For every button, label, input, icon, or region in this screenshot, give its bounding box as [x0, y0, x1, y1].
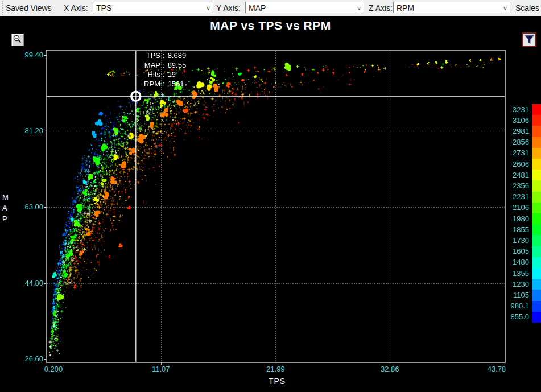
chevron-down-icon: ∨ — [503, 2, 507, 14]
colorbar-value-label: 3106 — [495, 116, 529, 125]
y-tick-label: 26.60 — [2, 354, 43, 363]
colorbar-value-label: 2606 — [495, 160, 529, 168]
colorbar-band — [532, 290, 541, 300]
scatter-tool-window: Saved Views X Axis: TPS ∨ Y Axis: MAP ∨ … — [0, 0, 541, 392]
colorbar-value-label: 855.0 — [495, 312, 529, 321]
y-tick-mark — [44, 55, 46, 56]
colorbar-band — [532, 148, 541, 159]
x-tick-label: 21.99 — [266, 365, 285, 373]
colorbar-band — [532, 203, 541, 213]
z-axis-label: Z Axis: — [369, 0, 393, 16]
x-tick-label: 11.07 — [152, 365, 170, 373]
colorbar-value-label: 1980 — [495, 214, 529, 223]
scatter-plot-canvas[interactable] — [47, 51, 505, 362]
readout-row: TPS : 8.689 — [140, 51, 186, 61]
readout-label: Hits — [140, 70, 160, 80]
colorbar-band — [532, 170, 541, 180]
colorbar-value-label: 2231 — [495, 192, 529, 201]
y-axis-value: MAP — [249, 3, 266, 13]
toolbar-grip-handle[interactable] — [2, 1, 5, 15]
colorbar-value-label: 1355 — [495, 269, 529, 278]
y-tick-label: 99.40 — [2, 51, 43, 59]
chevron-down-icon: ∨ — [357, 2, 361, 14]
colorbar-band — [532, 268, 541, 279]
colorbar-band — [532, 115, 541, 126]
readout-row: MAP : 89.55 — [140, 61, 186, 71]
readout-value: 89.55 — [168, 61, 187, 71]
rpm-colorbar — [532, 104, 541, 323]
colorbar-band — [532, 246, 541, 257]
y-tick-mark — [44, 283, 46, 284]
x-tick-label: 0.200 — [44, 365, 63, 373]
y-tick-mark — [44, 131, 46, 131]
colorbar-value-label: 1230 — [495, 280, 529, 288]
readout-label: RPM — [140, 80, 160, 89]
x-axis-select[interactable]: TPS ∨ — [93, 2, 213, 13]
colorbar-value-label: 2481 — [495, 171, 529, 179]
colorbar-value-label: 1855 — [495, 225, 529, 234]
colorbar-band — [532, 213, 541, 224]
colorbar-value-label: 1105 — [495, 291, 529, 299]
colorbar-band — [532, 224, 541, 235]
readout-value: 8.689 — [168, 51, 187, 61]
y-axis-select[interactable]: MAP ∨ — [245, 2, 364, 13]
readout-value: 1561 — [168, 80, 184, 89]
colorbar-value-label: 2981 — [495, 127, 529, 135]
readout-label: MAP — [140, 61, 160, 71]
colorbar-band — [532, 301, 541, 312]
y-tick-label: 81.20 — [2, 126, 43, 135]
readout-label: TPS — [140, 51, 160, 61]
colorbar-value-label: 2731 — [495, 148, 529, 157]
colorbar-value-label: 2106 — [495, 203, 529, 212]
colorbar-band — [532, 192, 541, 203]
colorbar-value-label: 2856 — [495, 138, 529, 146]
y-tick-label: 63.00 — [2, 203, 43, 211]
x-axis-value: TPS — [96, 3, 111, 13]
zoom-out-button[interactable] — [11, 34, 24, 46]
x-tick-label: 32.86 — [381, 365, 399, 373]
z-axis-value: RPM — [397, 3, 414, 13]
magnifier-minus-icon — [12, 34, 23, 46]
colorbar-band — [532, 126, 541, 137]
colorbar-value-label: 2356 — [495, 181, 529, 190]
colorbar-band — [532, 159, 541, 170]
colorbar-value-label: 1730 — [495, 236, 529, 245]
chevron-down-icon: ∨ — [206, 2, 210, 14]
z-axis-select[interactable]: RPM ∨ — [393, 2, 510, 13]
readout-row: Hits : 19 — [140, 70, 186, 80]
colorbar-value-label: 1480 — [495, 258, 529, 266]
x-axis-label: X Axis: — [64, 0, 88, 16]
filter-button[interactable] — [522, 32, 536, 47]
scales-menu[interactable]: Scales — [515, 0, 539, 16]
y-axis-label: Y Axis: — [216, 0, 241, 16]
crosshair-readout: TPS : 8.689 MAP : 89.55 Hits : 19 RPM : … — [140, 51, 186, 89]
colorbar-band — [532, 180, 541, 191]
y-tick-mark — [44, 207, 46, 208]
colorbar-band — [532, 137, 541, 148]
y-tick-label: 44.80 — [2, 279, 43, 287]
funnel-icon — [523, 34, 535, 46]
colorbar-band — [532, 312, 541, 323]
chart-title: MAP vs TPS vs RPM — [0, 19, 541, 32]
colorbar-band — [532, 235, 541, 246]
toolbar: Saved Views X Axis: TPS ∨ Y Axis: MAP ∨ … — [0, 0, 541, 16]
x-axis-title: TPS — [269, 377, 286, 386]
readout-value: 19 — [168, 70, 176, 80]
colorbar-band — [532, 257, 541, 268]
colorbar-value-label: 1605 — [495, 247, 529, 255]
x-tick-label: 43.78 — [488, 365, 506, 373]
colorbar-value-label: 980.1 — [495, 302, 529, 310]
y-tick-mark — [44, 359, 46, 360]
colorbar-value-label: 3231 — [495, 105, 529, 114]
colorbar-band — [532, 104, 541, 115]
colorbar-band — [532, 279, 541, 290]
saved-views-menu[interactable]: Saved Views — [6, 0, 52, 16]
readout-row: RPM : 1561 — [140, 80, 186, 89]
